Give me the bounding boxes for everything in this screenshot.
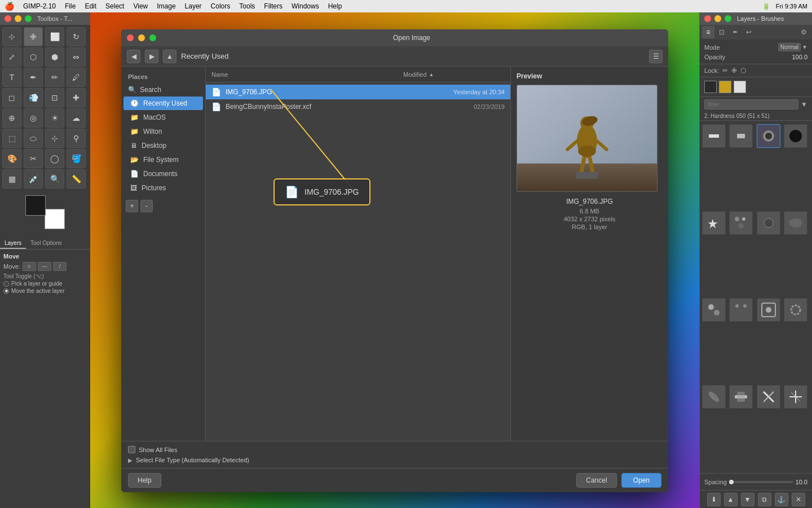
tool-airbrush[interactable]: 💨 [24,88,43,107]
brush-cell-4[interactable] [784,124,807,148]
places-desktop[interactable]: 🖥 Desktop [123,139,203,152]
tool-foreground-select[interactable]: ◯ [45,149,64,168]
brush-cell-5[interactable]: ★ [702,211,726,235]
help-button[interactable]: Help [128,473,161,488]
rp-settings-icon[interactable]: ⚙ [797,26,810,38]
brush-filter-input[interactable] [704,99,798,110]
tool-perspective[interactable]: ⬢ [45,47,64,67]
places-wilton[interactable]: 📁 Wilton [123,125,203,138]
menu-view[interactable]: View [133,2,148,10]
apple-menu[interactable]: 🍎 [5,2,14,11]
col-modified-header[interactable]: Modified ▲ [403,71,505,78]
tab-undo-icon[interactable]: ↩ [743,26,755,38]
tool-text[interactable]: T [2,68,21,87]
menu-layer[interactable]: Layer [185,2,202,10]
brush-cell-2[interactable] [729,124,753,148]
places-recently-used[interactable]: 🕐 Recently Used [123,97,203,110]
tab-layers-icon[interactable]: ≡ [702,26,714,38]
brush-cell-12[interactable] [784,298,807,322]
brush-cell-9[interactable] [702,298,726,322]
tab-layers[interactable]: Layers [0,238,26,249]
rp-lower-layer-button[interactable]: ▼ [741,493,754,506]
tab-paths-icon[interactable]: ✒ [729,26,742,38]
tool-select-by-color[interactable]: 🎨 [2,149,21,168]
brush-cell-3[interactable] [757,124,780,148]
tool-free-select[interactable]: ⊹ [45,129,64,148]
maximize-button[interactable] [25,15,32,22]
brush-cell-13[interactable] [702,385,726,409]
radio-pick-layer[interactable]: Pick a layer or guide [3,281,87,287]
tool-crop[interactable]: ⬜ [45,27,64,46]
brush-filter-arrow-icon[interactable]: ▼ [801,100,807,108]
tool-smudge[interactable]: ☁ [67,108,86,128]
background-color[interactable] [45,209,65,229]
tool-zoom[interactable]: 🔍 [45,169,64,189]
menu-select[interactable]: Select [105,2,124,10]
tool-fuzzy-select[interactable]: ⚲ [67,129,86,148]
tool-move[interactable]: ✙ [24,27,43,46]
rp-new-layer-button[interactable]: ⬇ [707,493,721,506]
dialog-minimize[interactable] [138,34,145,41]
tool-rotate[interactable]: ↻ [67,27,86,46]
brush-cell-7[interactable] [757,211,780,235]
tool-scale[interactable]: ⤢ [2,47,21,67]
dialog-close[interactable] [127,34,134,41]
radio-move-active[interactable]: Move the active layer [3,288,87,294]
brush-cell-11[interactable] [757,298,780,322]
brush-cell-16[interactable] [784,385,807,409]
minimize-button[interactable] [15,15,21,22]
tool-alignment[interactable]: ⊹ [2,27,21,46]
menu-filters[interactable]: Filters [264,2,283,10]
foreground-color[interactable] [25,195,46,216]
rp-delete-layer-button[interactable]: ✕ [792,493,805,506]
tool-eraser[interactable]: ◻ [2,88,21,107]
move-icon-3[interactable]: / [53,262,67,271]
menu-edit[interactable]: Edit [85,2,96,10]
menu-gimp[interactable]: GIMP-2.10 [23,2,56,10]
menu-help[interactable]: Help [328,2,342,10]
menu-tools[interactable]: Tools [239,2,255,10]
view-toggle-button[interactable]: ☰ [649,50,663,63]
nav-back-button[interactable]: ◀ [127,50,140,63]
places-pictures[interactable]: 🖼 Pictures [123,181,203,195]
tool-colorpick[interactable]: 💉 [24,169,43,189]
tool-measure[interactable]: 📏 [67,169,86,189]
tool-shear[interactable]: ⬡ [24,47,43,67]
brush-cell-8[interactable] [784,211,807,235]
dialog-maximize[interactable] [149,34,156,41]
tool-pencil[interactable]: ✏ [45,68,64,87]
tool-rect-select[interactable]: ⬚ [2,129,21,148]
tool-ink[interactable]: ⊡ [45,88,64,107]
remove-bookmark-button[interactable]: - [140,200,153,212]
rp-anchor-layer-button[interactable]: ⚓ [775,493,788,506]
show-all-files-checkbox[interactable] [128,446,135,453]
menu-windows[interactable]: Windows [292,2,319,10]
rp-close[interactable] [704,15,711,22]
menu-image[interactable]: Image [157,2,175,10]
tool-paintbrush[interactable]: 🖊 [67,68,86,87]
brush-cell-1[interactable] [702,124,726,148]
close-button[interactable] [5,15,11,22]
col-name-header[interactable]: Name [211,71,403,78]
tool-heal[interactable]: ✚ [67,88,86,107]
fg-color-swatch[interactable] [704,81,717,93]
brush-cell-14[interactable] [729,385,753,409]
rp-duplicate-layer-button[interactable]: ⧉ [758,493,771,506]
file-row-bunny[interactable]: 📄 BeingCBunnyInstaPoster.xcf 02/23/2019 [206,99,510,114]
menu-colors[interactable]: Colors [211,2,231,10]
tab-tool-options[interactable]: Tool Options [26,238,67,249]
cancel-button[interactable]: Cancel [576,473,616,488]
brush-cell-15[interactable] [757,385,780,409]
places-documents[interactable]: 📄 Documents [123,167,203,181]
mode-select[interactable]: Normal [778,43,801,51]
lock-pixels-icon[interactable]: ✏ [722,67,728,75]
lock-position-icon[interactable]: ✙ [731,67,737,75]
rp-raise-layer-button[interactable]: ▲ [724,493,738,506]
tool-ellipse-select[interactable]: ⬭ [24,129,43,148]
places-macos[interactable]: 📁 MacOS [123,111,203,124]
tool-blur[interactable]: ◎ [24,108,43,128]
lock-all-icon[interactable]: ⬡ [740,67,746,75]
add-bookmark-button[interactable]: + [126,200,138,212]
tool-blend[interactable]: ▦ [2,169,21,189]
open-button[interactable]: Open [621,473,661,488]
